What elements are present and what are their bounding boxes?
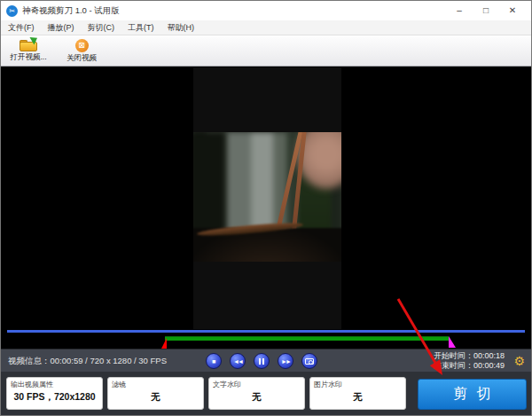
fast-forward-button[interactable]: ►► — [278, 353, 293, 369]
camera-icon — [305, 358, 314, 365]
status-bar: 视频信息：00:00:59 / 720 x 1280 / 30 FPS ■ ◄◄… — [1, 349, 531, 372]
image-watermark-value: 无 — [314, 391, 402, 404]
title-bar[interactable]: ✂ 神奇视频剪刀 1.0 - 试用版 – □ ✕ — [1, 1, 531, 20]
menu-cut[interactable]: 剪切(C) — [88, 22, 115, 34]
app-window: ✂ 神奇视频剪刀 1.0 - 试用版 – □ ✕ 文件(F) 播放(P) 剪切(… — [0, 0, 532, 416]
rewind-icon: ◄◄ — [233, 358, 242, 365]
end-time-row: 结束时间：00:00:49 — [434, 361, 505, 371]
open-video-label: 打开视频... — [10, 52, 46, 63]
playback-controls: ■ ◄◄ ►► — [206, 353, 317, 369]
menu-play[interactable]: 播放(P) — [48, 22, 74, 34]
start-time-row: 开始时间：00:00:18 — [434, 351, 505, 361]
cut-button[interactable]: 剪切 — [418, 379, 527, 410]
menu-tools[interactable]: 工具(T) — [128, 22, 154, 34]
close-video-label: 关闭视频 — [66, 53, 97, 64]
image-watermark-card[interactable]: 图片水印 无 — [309, 377, 406, 410]
video-info-value: 00:00:59 / 720 x 1280 / 30 FPS — [51, 356, 168, 365]
bottom-panel: 输出视频属性 30 FPS，720x1280 滤镜 无 文字水印 无 图片水印 … — [1, 372, 531, 416]
filter-card[interactable]: 滤镜 无 — [107, 377, 204, 410]
window-title: 神奇视频剪刀 1.0 - 试用版 — [22, 5, 446, 17]
end-time-value: 00:00:49 — [473, 361, 505, 370]
pause-icon — [259, 358, 264, 365]
video-panel — [1, 67, 531, 349]
toolbar: 打开视频... ⊠ 关闭视频 — [1, 36, 531, 67]
video-preview — [193, 67, 341, 329]
menu-bar: 文件(F) 播放(P) 剪切(C) 工具(T) 帮助(H) — [1, 20, 531, 35]
timeline-track[interactable] — [7, 330, 525, 333]
output-properties-value: 30 FPS，720x1280 — [11, 391, 98, 404]
open-folder-icon — [20, 39, 37, 51]
stop-icon: ■ — [212, 358, 215, 365]
maximize-button[interactable]: □ — [473, 2, 499, 20]
start-time-value: 00:00:18 — [473, 351, 505, 360]
pause-button[interactable] — [254, 353, 270, 369]
output-properties-card[interactable]: 输出视频属性 30 FPS，720x1280 — [6, 377, 103, 410]
rewind-button[interactable]: ◄◄ — [230, 353, 246, 369]
close-button[interactable]: ✕ — [499, 2, 526, 20]
settings-gear-icon[interactable]: ⚙ — [513, 352, 525, 370]
fast-forward-icon: ►► — [281, 358, 290, 365]
menu-file[interactable]: 文件(F) — [8, 22, 35, 34]
timeline-selection[interactable] — [165, 336, 449, 341]
filter-value: 无 — [112, 391, 200, 404]
text-watermark-card[interactable]: 文字水印 无 — [208, 377, 305, 410]
end-marker[interactable] — [449, 336, 456, 348]
text-watermark-value: 无 — [213, 391, 301, 404]
time-range: 开始时间：00:00:18 结束时间：00:00:49 — [434, 351, 505, 371]
minimize-button[interactable]: – — [446, 2, 473, 20]
text-watermark-label: 文字水印 — [213, 380, 301, 389]
end-time-label: 结束时间： — [434, 361, 473, 370]
start-time-label: 开始时间： — [434, 351, 473, 360]
start-marker[interactable] — [161, 338, 167, 349]
app-logo-icon: ✂ — [6, 5, 18, 17]
stop-button[interactable]: ■ — [206, 353, 222, 369]
close-video-button[interactable]: ⊠ 关闭视频 — [58, 38, 106, 66]
video-info-label: 视频信息： — [8, 356, 51, 365]
menu-help[interactable]: 帮助(H) — [168, 22, 195, 34]
close-video-icon: ⊠ — [75, 39, 89, 52]
video-frame-image — [193, 132, 341, 262]
image-watermark-label: 图片水印 — [314, 380, 402, 389]
output-properties-label: 输出视频属性 — [11, 380, 98, 389]
open-video-button[interactable]: 打开视频... — [4, 38, 52, 66]
filter-label: 滤镜 — [112, 380, 200, 389]
video-info: 视频信息：00:00:59 / 720 x 1280 / 30 FPS — [8, 349, 167, 373]
snapshot-button[interactable] — [301, 353, 317, 369]
